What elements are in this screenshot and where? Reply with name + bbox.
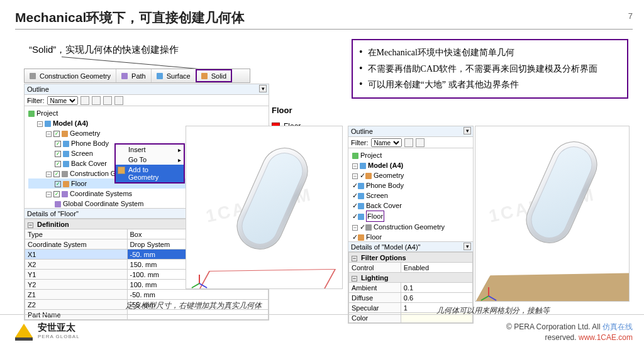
filter-btn-1[interactable] bbox=[404, 138, 413, 147]
body-icon bbox=[63, 151, 69, 157]
check-icon[interactable]: ✓ bbox=[352, 233, 358, 241]
filter-select-r[interactable]: Name bbox=[371, 138, 402, 147]
minus-icon[interactable]: − bbox=[352, 225, 358, 231]
body-icon bbox=[63, 141, 69, 147]
project-icon bbox=[352, 153, 358, 159]
row-control[interactable]: ControlEnabled bbox=[349, 263, 473, 273]
filter-btn-2[interactable] bbox=[416, 138, 425, 147]
check-icon[interactable]: ✓ bbox=[53, 131, 60, 137]
outline-dropdown-icon[interactable]: ▾ bbox=[259, 85, 267, 92]
viewport-right[interactable]: 1CAE.COM bbox=[475, 126, 630, 302]
tree-phone-body[interactable]: ✓Phone Body bbox=[352, 180, 470, 190]
surface-icon bbox=[157, 73, 163, 79]
outline-header-r: Outline ▾ bbox=[348, 126, 473, 137]
solid-button[interactable]: Solid bbox=[196, 69, 232, 82]
check-icon[interactable]: ✓ bbox=[55, 161, 61, 167]
outline-header: Outline ▾ bbox=[25, 84, 269, 95]
tree-project[interactable]: Project bbox=[352, 150, 470, 160]
tree-floor2[interactable]: ✓Floor bbox=[352, 232, 470, 242]
filter-select[interactable]: Name bbox=[47, 96, 78, 105]
tree-floor[interactable]: ✓Floor bbox=[352, 211, 470, 222]
footer-right: © PERA Corporation Ltd. All 仿真在线 reserve… bbox=[506, 322, 633, 343]
tree-screen[interactable]: ✓Screen bbox=[352, 190, 470, 200]
logo-triangle-icon bbox=[15, 324, 33, 337]
bullet-1: 在Mechanical环境中快速创建简单几何 bbox=[359, 44, 621, 60]
minus-icon[interactable]: − bbox=[352, 276, 357, 282]
filter-row-r: Filter: Name bbox=[348, 137, 473, 148]
minus-icon[interactable]: − bbox=[352, 256, 357, 261]
title-rule bbox=[15, 29, 633, 30]
surface-button[interactable]: Surface bbox=[152, 69, 196, 82]
outline-label: Outline bbox=[27, 85, 49, 93]
filter-btn-4[interactable] bbox=[114, 96, 123, 105]
filter-btn-3[interactable] bbox=[103, 96, 112, 105]
body-icon bbox=[63, 161, 69, 167]
minus-icon[interactable]: − bbox=[352, 163, 358, 169]
check-icon[interactable]: ✓ bbox=[360, 223, 365, 231]
check-icon[interactable]: ✓ bbox=[53, 191, 60, 197]
tree-model[interactable]: −Model (A4) bbox=[352, 160, 470, 170]
feature-bullets: 在Mechanical环境中快速创建简单几何 不需要再借助CAD软件，不需要再来… bbox=[352, 39, 628, 99]
overlay-fz-b: 在线 bbox=[618, 322, 633, 331]
definition-group: Definition bbox=[37, 221, 69, 228]
tree-back-cover[interactable]: ✓Back Cover bbox=[352, 200, 470, 211]
check-icon[interactable]: ✓ bbox=[55, 181, 61, 187]
surface-label: Surface bbox=[167, 72, 191, 80]
check-icon[interactable]: ✓ bbox=[352, 202, 358, 209]
minus-icon[interactable]: − bbox=[37, 121, 43, 127]
check-icon[interactable]: ✓ bbox=[352, 182, 358, 189]
construction-geometry-button[interactable]: Construction Geometry bbox=[25, 69, 116, 82]
filter-btn-1[interactable] bbox=[80, 96, 89, 105]
check-icon[interactable]: ✓ bbox=[53, 171, 60, 177]
menu-goto[interactable]: Go To▸ bbox=[116, 155, 184, 165]
filter-row: Filter: Name bbox=[25, 95, 269, 106]
outline-label-r: Outline bbox=[351, 128, 373, 135]
solid-label: Solid bbox=[211, 72, 226, 80]
floor-icon bbox=[63, 181, 69, 187]
path-icon bbox=[121, 73, 128, 79]
floor-icon bbox=[358, 234, 364, 241]
bullet-3: 可以用来创建“大地” 或者其他边界条件 bbox=[359, 76, 621, 92]
filter-label-r: Filter: bbox=[351, 139, 369, 146]
minus-icon[interactable]: − bbox=[46, 131, 52, 137]
check-icon[interactable]: ✓ bbox=[55, 141, 61, 147]
model-icon bbox=[360, 163, 366, 169]
details-title-r: Details of "Model (A4)" bbox=[351, 243, 421, 251]
filter-btn-2[interactable] bbox=[92, 96, 101, 105]
body-icon bbox=[358, 203, 364, 209]
right-outline-panel: Outline ▾ Filter: Name Project −Model (A… bbox=[348, 126, 474, 324]
details-title: Details of "Floor" bbox=[27, 210, 79, 217]
check-icon[interactable]: ✓ bbox=[352, 212, 358, 220]
menu-add-to-geometry[interactable]: Add to Geometry bbox=[116, 165, 184, 182]
tree-construction-geom[interactable]: −✓Construction Geometry bbox=[352, 222, 470, 232]
details-dropdown-icon[interactable]: ▾ bbox=[464, 243, 471, 250]
row-ambient[interactable]: Ambient0.1 bbox=[349, 283, 473, 293]
menu-insert[interactable]: Insert▸ bbox=[116, 145, 184, 155]
copyright-1a: © PERA Corporation Ltd. All bbox=[506, 322, 601, 331]
viewport-left[interactable]: 1CAE.COM bbox=[186, 126, 343, 289]
minus-icon[interactable]: − bbox=[28, 222, 33, 228]
outline-tree-r[interactable]: Project −Model (A4) −✓Geometry ✓Phone Bo… bbox=[348, 148, 473, 241]
context-menu: Insert▸ Go To▸ Add to Geometry bbox=[114, 143, 185, 184]
outline-dropdown-icon[interactable]: ▾ bbox=[464, 127, 471, 134]
chevron-right-icon: ▸ bbox=[178, 146, 181, 153]
check-icon[interactable]: ✓ bbox=[352, 192, 358, 199]
body-icon bbox=[358, 183, 364, 189]
geometry-icon bbox=[365, 173, 372, 179]
minus-icon[interactable]: − bbox=[46, 192, 52, 197]
minus-icon[interactable]: − bbox=[352, 173, 358, 179]
path-button[interactable]: Path bbox=[116, 69, 152, 82]
check-icon[interactable]: ✓ bbox=[360, 172, 365, 179]
row-z1[interactable]: Z1-50. mm bbox=[25, 290, 269, 300]
add-geometry-icon bbox=[118, 167, 125, 174]
chevron-right-icon: ▸ bbox=[178, 156, 181, 163]
tree-project[interactable]: Project bbox=[28, 108, 266, 118]
floor-solid bbox=[475, 273, 630, 302]
row-diffuse[interactable]: Diffuse0.6 bbox=[349, 293, 473, 303]
project-icon bbox=[28, 111, 35, 117]
minus-icon[interactable]: − bbox=[46, 172, 52, 177]
check-icon[interactable]: ✓ bbox=[55, 151, 61, 157]
view-triad bbox=[191, 267, 208, 283]
tree-geometry[interactable]: −✓Geometry bbox=[352, 170, 470, 180]
cg-icon bbox=[62, 171, 68, 177]
